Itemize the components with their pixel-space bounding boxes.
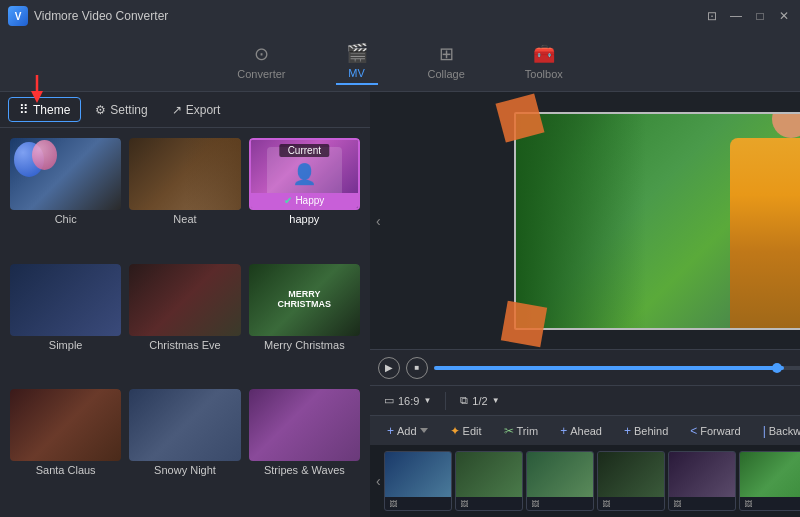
clip-thumb-5 <box>669 452 735 497</box>
theme-chic[interactable]: Chic <box>10 138 121 256</box>
timeline-clip-5[interactable]: 🖼 <box>668 451 736 511</box>
clip-info-5: 🖼 <box>669 497 735 511</box>
clip-thumb-4 <box>598 452 664 497</box>
theme-santa-label: Santa Claus <box>10 461 121 479</box>
nav-mv[interactable]: 🎬 MV <box>336 38 378 85</box>
add-dropdown-arrow <box>420 428 428 433</box>
timeline-track: 🖼 🖼 🖼 <box>384 451 800 511</box>
theme-grid: Chic Neat 👤 Current <box>0 128 370 517</box>
edit-button[interactable]: ✦ Edit <box>441 420 491 442</box>
trim-icon: ✂ <box>504 424 514 438</box>
theme-simple[interactable]: Simple <box>10 264 121 382</box>
stop-button[interactable]: ■ <box>406 357 428 379</box>
nav-toolbox[interactable]: 🧰 Toolbox <box>515 39 573 84</box>
timeline-left-arrow[interactable]: ‹ <box>376 473 381 489</box>
xmas-text: MERRYCHRISTMAS <box>278 289 332 311</box>
theme-simple-label: Simple <box>10 336 121 354</box>
app-title: Vidmore Video Converter <box>34 9 168 23</box>
backward-icon: | <box>763 424 766 438</box>
timeline: ‹ 🖼 🖼 <box>370 445 800 517</box>
nav-toolbox-label: Toolbox <box>525 68 563 80</box>
bottom-toolbar: + Add ✦ Edit ✂ Trim + Ahead + Behind < <box>370 415 800 445</box>
add-icon: + <box>387 424 394 438</box>
clip-icon-3: 🖼 <box>531 500 539 509</box>
timeline-clip-2[interactable]: 🖼 <box>455 451 523 511</box>
trim-button[interactable]: ✂ Trim <box>495 420 548 442</box>
behind-button[interactable]: + Behind <box>615 420 677 442</box>
close-button[interactable]: ✕ <box>776 8 792 24</box>
forward-button[interactable]: < Forward <box>681 420 749 442</box>
video-content <box>516 114 800 328</box>
nav-collage[interactable]: ⊞ Collage <box>418 39 475 84</box>
timeline-clip-3[interactable]: 🖼 <box>526 451 594 511</box>
current-badge: Current <box>280 144 329 157</box>
video-frame-outer <box>508 106 800 336</box>
ahead-button[interactable]: + Ahead <box>551 420 611 442</box>
play-button[interactable]: ▶ <box>378 357 400 379</box>
main-content: ⠿ Theme ⚙ Setting ↗ Export Chic <box>0 92 800 517</box>
nav-converter-label: Converter <box>237 68 285 80</box>
theme-merry-christmas[interactable]: MERRYCHRISTMAS Merry Christmas <box>249 264 360 382</box>
theme-snowy-night[interactable]: Snowy Night <box>129 389 240 507</box>
fullscreen-button[interactable]: ⊡ <box>704 8 720 24</box>
converter-icon: ⊙ <box>254 43 269 65</box>
theme-snowy-label: Snowy Night <box>129 461 240 479</box>
theme-merry-christmas-label: Merry Christmas <box>249 336 360 354</box>
clip-icon-2: 🖼 <box>460 500 468 509</box>
theme-neat-label: Neat <box>129 210 240 228</box>
theme-stripes-label: Stripes & Waves <box>249 461 360 479</box>
video-preview: ‹ <box>370 92 800 349</box>
timeline-clip-4[interactable]: 🖼 <box>597 451 665 511</box>
preview-arrow-left[interactable]: ‹ <box>376 213 381 229</box>
nav-mv-label: MV <box>348 67 365 79</box>
clip-info-6: 🖼 <box>740 497 800 511</box>
export-sub-button[interactable]: ↗ Export <box>162 99 231 121</box>
setting-button[interactable]: ⚙ Setting <box>85 99 157 121</box>
ratio-button[interactable]: ▭ 16:9 ▼ <box>378 392 437 409</box>
clip-icon-5: 🖼 <box>673 500 681 509</box>
clip-info-3: 🖼 <box>527 497 593 511</box>
minimize-button[interactable]: — <box>728 8 744 24</box>
pages-button[interactable]: ⧉ 1/2 ▼ <box>454 392 505 409</box>
pages-icon: ⧉ <box>460 394 468 407</box>
clip-info-1: 🖼 <box>385 497 451 511</box>
nav-converter[interactable]: ⊙ Converter <box>227 39 295 84</box>
mv-icon: 🎬 <box>346 42 368 64</box>
video-frame-inner <box>514 112 800 330</box>
progress-fill <box>434 366 784 370</box>
maximize-button[interactable]: □ <box>752 8 768 24</box>
clip-info-4: 🖼 <box>598 497 664 511</box>
nav-bar: ⊙ Converter 🎬 MV ⊞ Collage 🧰 Toolbox <box>0 32 800 92</box>
progress-bar[interactable] <box>434 366 800 370</box>
clip-thumb-2 <box>456 452 522 497</box>
title-bar-controls: ⊡ — □ ✕ <box>704 8 792 24</box>
person-overlay <box>185 138 241 210</box>
ratio-chevron: ▼ <box>423 396 431 405</box>
balloon-deco2 <box>32 140 57 170</box>
controls-bar: ▶ ■ 00:00:43.13/00:00:50.00 🔊 <box>370 349 800 385</box>
nav-collage-label: Collage <box>428 68 465 80</box>
timeline-clip-1[interactable]: 🖼 <box>384 451 452 511</box>
clip-thumb-6 <box>740 452 800 497</box>
backward-button[interactable]: | Backward <box>754 420 800 442</box>
theme-christmas-eve[interactable]: Christmas Eve <box>129 264 240 382</box>
corner-bl-deco <box>501 300 547 346</box>
ratio-label: 16:9 <box>398 395 419 407</box>
collage-icon: ⊞ <box>439 43 454 65</box>
pages-chevron: ▼ <box>492 396 500 405</box>
behind-icon: + <box>624 424 631 438</box>
svg-marker-1 <box>31 91 43 103</box>
clip-thumb-1 <box>385 452 451 497</box>
theme-happy[interactable]: 👤 Current ✔ Happy happy <box>249 138 360 256</box>
forward-icon: < <box>690 424 697 438</box>
timeline-clip-6[interactable]: 🖼 <box>739 451 800 511</box>
theme-christmas-eve-label: Christmas Eve <box>129 336 240 354</box>
theme-happy-label: happy <box>249 210 360 228</box>
pages-label: 1/2 <box>472 395 487 407</box>
ratio-icon: ▭ <box>384 394 394 407</box>
add-button[interactable]: + Add <box>378 420 437 442</box>
theme-neat[interactable]: Neat <box>129 138 240 256</box>
theme-santa-claus[interactable]: Santa Claus <box>10 389 121 507</box>
theme-stripes-waves[interactable]: Stripes & Waves <box>249 389 360 507</box>
clip-thumb-3 <box>527 452 593 497</box>
